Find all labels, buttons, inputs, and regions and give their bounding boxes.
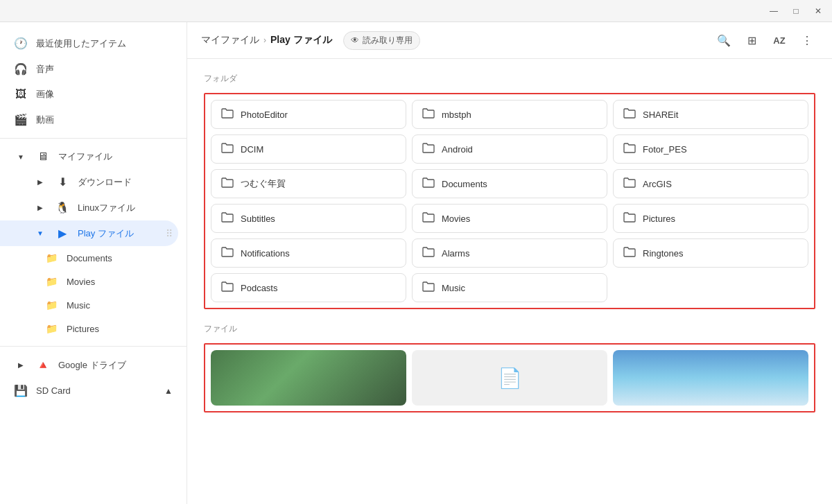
sidebar-item-sdcard-label: SD Card xyxy=(36,385,71,396)
eject-icon[interactable]: ▲ xyxy=(164,386,173,396)
readonly-badge: 👁 読み取り専用 xyxy=(343,31,420,50)
folder-icon xyxy=(422,281,435,295)
sidebar-item-downloads[interactable]: ▶ ⬇ ダウンロード xyxy=(0,169,187,195)
folder-icon xyxy=(623,211,636,225)
folder-name: つむぐ年賀 xyxy=(241,177,286,190)
folder-icon-music: 📁 xyxy=(44,299,58,311)
folder-icon xyxy=(221,107,234,121)
sidebar-item-myfiles-label: マイファイル xyxy=(58,150,112,163)
grid-view-button[interactable]: ⊞ xyxy=(740,29,763,51)
folder-name: Android xyxy=(442,144,473,155)
folder-name: DCIM xyxy=(241,144,263,155)
folder-item[interactable]: Fotor_PES xyxy=(613,134,808,164)
folder-icon xyxy=(422,211,435,225)
sidebar-divider-1 xyxy=(0,138,187,139)
sidebar-item-video[interactable]: 🎬 動画 xyxy=(0,107,187,132)
folder-item[interactable]: ArcGIS xyxy=(613,169,808,198)
folder-name: Pictures xyxy=(643,214,675,224)
search-button[interactable]: 🔍 xyxy=(713,29,735,51)
minimize-button[interactable]: — xyxy=(763,0,785,22)
play-icon: ▶ xyxy=(55,227,69,240)
sidebar-item-sub-pictures-label: Pictures xyxy=(67,324,99,334)
linux-icon: 🐧 xyxy=(55,201,69,214)
folder-name: Notifications xyxy=(241,248,290,259)
folder-icon xyxy=(221,142,234,156)
sort-button[interactable]: AZ xyxy=(768,29,790,51)
sidebar-divider-2 xyxy=(0,346,187,347)
folder-icon-pictures: 📁 xyxy=(44,323,58,334)
close-button[interactable]: ✕ xyxy=(807,0,829,22)
folder-icon xyxy=(422,107,435,121)
sidebar-item-linux[interactable]: ▶ 🐧 Linuxファイル xyxy=(0,195,187,220)
file-thumb-3[interactable] xyxy=(613,350,808,406)
file-grid: 📄 xyxy=(204,343,815,412)
search-icon: 🔍 xyxy=(717,34,731,47)
sidebar-section-cloud: ▶ 🔺 Google ドライブ 💾 SD Card ▲ xyxy=(0,349,187,406)
breadcrumb-separator: › xyxy=(263,35,266,45)
breadcrumb-root[interactable]: マイファイル xyxy=(201,34,259,46)
folder-item[interactable]: Subtitles xyxy=(211,204,406,233)
folder-item[interactable]: Music xyxy=(412,273,607,302)
sidebar-item-playfiles[interactable]: ▼ ▶ Play ファイル xyxy=(0,220,178,246)
file-thumb-1[interactable] xyxy=(211,350,406,406)
sidebar-item-downloads-label: ダウンロード xyxy=(78,176,132,189)
content-area: フォルダ PhotoEditor mbstph SHAREit xyxy=(187,59,832,504)
sidebar-item-myfiles[interactable]: ▼ 🖥 マイファイル xyxy=(0,144,187,169)
file-icon: 📄 xyxy=(498,367,522,390)
sidebar-item-audio-label: 音声 xyxy=(36,63,54,76)
folder-name: Subtitles xyxy=(241,214,275,224)
folder-name: ArcGIS xyxy=(643,179,672,189)
sidebar-item-sub-documents[interactable]: 📁 Documents xyxy=(0,246,187,270)
sidebar-item-sub-movies[interactable]: 📁 Movies xyxy=(0,270,187,293)
headphone-icon: 🎧 xyxy=(14,62,28,76)
folder-item[interactable]: Documents xyxy=(412,169,607,198)
folder-item[interactable]: つむぐ年賀 xyxy=(211,169,406,198)
drive-icon: 🔺 xyxy=(36,358,50,372)
folder-item[interactable]: mbstph xyxy=(412,100,607,129)
folder-item[interactable]: DCIM xyxy=(211,134,406,164)
folder-item[interactable]: Android xyxy=(412,134,607,164)
more-options-button[interactable]: ⋮ xyxy=(796,29,818,51)
folder-item[interactable]: Alarms xyxy=(412,238,607,268)
folder-name: Ringtones xyxy=(643,248,684,259)
sidebar-item-sdcard[interactable]: 💾 SD Card ▲ xyxy=(0,378,187,403)
sidebar-item-google-drive-label: Google ドライブ xyxy=(58,359,126,372)
sdcard-icon: 💾 xyxy=(14,384,28,397)
folder-item[interactable]: PhotoEditor xyxy=(211,100,406,129)
folder-name: Alarms xyxy=(442,248,469,259)
main-content: マイファイル › Play ファイル 👁 読み取り専用 🔍 ⊞ AZ ⋮ xyxy=(187,22,832,504)
sidebar-item-sub-music[interactable]: 📁 Music xyxy=(0,293,187,317)
sidebar-item-sub-pictures[interactable]: 📁 Pictures xyxy=(0,317,187,340)
playfiles-row: ▼ ▶ Play ファイル ⠿ xyxy=(0,220,187,246)
file-thumb-2[interactable]: 📄 xyxy=(412,350,607,406)
folder-name: PhotoEditor xyxy=(241,110,288,120)
folder-item[interactable]: Notifications xyxy=(211,238,406,268)
sidebar-item-recent[interactable]: 🕐 最近使用したアイテム xyxy=(0,31,187,56)
sidebar-item-sub-documents-label: Documents xyxy=(67,253,112,263)
sidebar-item-audio[interactable]: 🎧 音声 xyxy=(0,56,187,82)
folder-icon xyxy=(422,246,435,260)
folder-grid: PhotoEditor mbstph SHAREit DCIM Android xyxy=(204,93,815,309)
sidebar-section-files: ▼ 🖥 マイファイル ▶ ⬇ ダウンロード ▶ 🐧 Linuxファイル ▼ ▶ … xyxy=(0,141,187,343)
folder-icon xyxy=(422,142,435,156)
eye-icon: 👁 xyxy=(351,35,359,45)
folder-item[interactable]: Podcasts xyxy=(211,273,406,302)
drag-handle-icon: ⠿ xyxy=(166,228,173,239)
sidebar-item-recent-label: 最近使用したアイテム xyxy=(36,37,126,50)
folder-item[interactable]: Ringtones xyxy=(613,238,808,268)
grid-icon: ⊞ xyxy=(747,34,756,47)
folder-name: Movies xyxy=(442,214,470,224)
chevron-down-icon: ▼ xyxy=(14,153,28,161)
maximize-button[interactable]: □ xyxy=(785,0,807,22)
folder-item[interactable]: SHAREit xyxy=(613,100,808,129)
folder-item[interactable]: Movies xyxy=(412,204,607,233)
sidebar-item-google-drive[interactable]: ▶ 🔺 Google ドライブ xyxy=(0,352,187,378)
folder-item[interactable]: Pictures xyxy=(613,204,808,233)
sidebar-item-images[interactable]: 🖼 画像 xyxy=(0,82,187,107)
sidebar-item-sub-movies-label: Movies xyxy=(67,277,95,287)
clock-icon: 🕐 xyxy=(14,37,28,50)
readonly-label: 読み取り専用 xyxy=(363,35,413,46)
files-section-label: ファイル xyxy=(204,323,815,335)
computer-icon: 🖥 xyxy=(36,150,50,163)
app-container: 🕐 最近使用したアイテム 🎧 音声 🖼 画像 🎬 動画 ▼ 🖥 マイファイル xyxy=(0,22,832,504)
